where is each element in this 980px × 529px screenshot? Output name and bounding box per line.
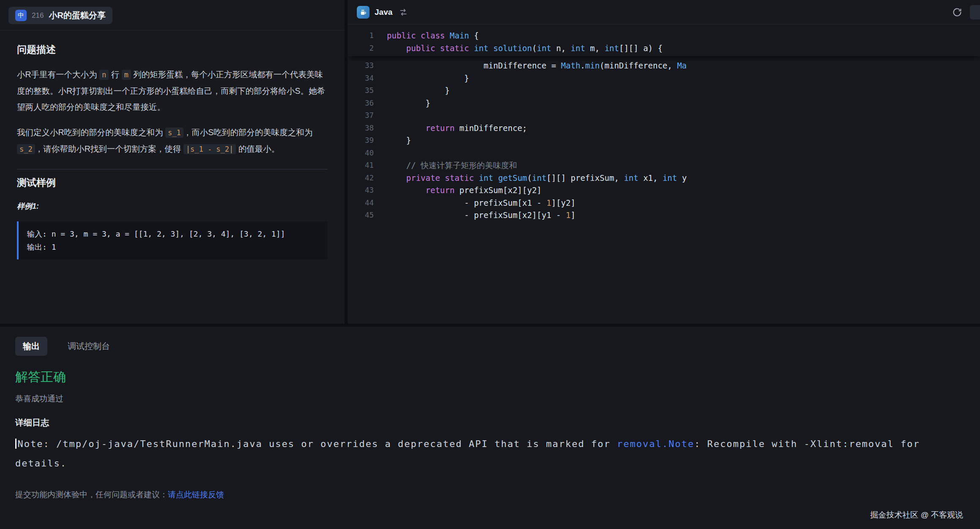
code-line[interactable]: 34 } xyxy=(348,72,980,85)
output-panel: 输出调试控制台 解答正确 恭喜成功通过 详细日志 Note: /tmp/oj-j… xyxy=(0,327,980,529)
log-section-title: 详细日志 xyxy=(15,417,965,428)
line-number: 45 xyxy=(348,209,374,222)
code-line[interactable]: 40 xyxy=(348,147,980,160)
difficulty-badge: 中 xyxy=(15,10,27,21)
sample-line: 输出: 1 xyxy=(27,240,319,254)
workspace-split: 中 216 小R的蛋糕分享 问题描述 小R手里有一个大小为 n 行 m 列的矩形… xyxy=(0,0,980,324)
code-text: } xyxy=(374,72,469,85)
tab-output[interactable]: 输出 xyxy=(15,337,47,356)
line-number: 1 xyxy=(348,30,374,42)
sample-code-block: 输入: n = 3, m = 3, a = [[1, 2, 3], [2, 3,… xyxy=(17,221,328,259)
problem-body: 问题描述 小R手里有一个大小为 n 行 m 列的矩形蛋糕，每个小正方形区域都有一… xyxy=(0,30,345,259)
code-editor[interactable]: 1public class Main {2 public static int … xyxy=(348,25,980,324)
code-text: return prefixSum[x2][y2] xyxy=(374,184,542,197)
result-status: 解答正确 xyxy=(15,368,965,386)
problem-panel: 中 216 小R的蛋糕分享 问题描述 小R手里有一个大小为 n 行 m 列的矩形… xyxy=(0,0,345,324)
line-number: 40 xyxy=(348,147,374,160)
problem-selector[interactable]: 中 216 小R的蛋糕分享 xyxy=(8,7,112,24)
section-title-samples: 测试样例 xyxy=(17,176,328,189)
problem-paragraph: 小R手里有一个大小为 n 行 m 列的矩形蛋糕，每个小正方形区域都有一个代表美味… xyxy=(17,66,328,115)
code-line[interactable]: 36 } xyxy=(348,97,980,110)
section-title-description: 问题描述 xyxy=(17,43,328,56)
code-text: } xyxy=(374,134,411,147)
language-swap-icon[interactable] xyxy=(399,8,408,16)
code-line[interactable]: 44 - prefixSum[x1 - 1][y2] xyxy=(348,197,980,210)
code-line[interactable]: 43 return prefixSum[x2][y2] xyxy=(348,184,980,197)
log-output: Note: /tmp/oj-java/TestRunnerMain.java u… xyxy=(15,434,965,473)
line-number: 39 xyxy=(348,134,374,147)
line-number: 2 xyxy=(348,42,374,55)
line-number: 35 xyxy=(348,85,374,97)
inline-code: |s_1 - s_2| xyxy=(183,144,236,154)
sample-line: 输入: n = 3, m = 3, a = [[1, 2, 3], [2, 3,… xyxy=(27,227,319,240)
problem-description: 小R手里有一个大小为 n 行 m 列的矩形蛋糕，每个小正方形区域都有一个代表美味… xyxy=(17,66,328,157)
code-text: // 快速计算子矩形的美味度和 xyxy=(374,159,517,172)
code-text: - prefixSum[x2][y1 - 1] xyxy=(374,209,575,222)
code-line[interactable]: 33 minDifference = Math.min(minDifferenc… xyxy=(348,60,980,72)
feedback-link[interactable]: 请点此链接反馈 xyxy=(168,490,224,499)
code-text: private static int getSum(int[][] prefix… xyxy=(374,172,687,185)
line-number: 43 xyxy=(348,184,374,197)
code-text: } xyxy=(374,85,450,97)
problem-number: 216 xyxy=(32,11,44,20)
code-line[interactable]: 45 - prefixSum[x2][y1 - 1] xyxy=(348,209,980,222)
editor-panel: Java xyxy=(348,0,980,324)
java-icon xyxy=(357,6,370,19)
inline-code: s_1 xyxy=(165,128,183,138)
inline-code: n xyxy=(99,70,109,80)
line-number: 42 xyxy=(348,172,374,185)
problem-paragraph: 我们定义小R吃到的部分的美味度之和为 s_1，而小S吃到的部分的美味度之和为 s… xyxy=(17,124,328,157)
language-label: Java xyxy=(375,8,392,17)
refresh-icon[interactable] xyxy=(952,7,962,17)
editor-header-actions xyxy=(952,5,971,19)
problem-header: 中 216 小R的蛋糕分享 xyxy=(0,0,345,30)
line-number: 41 xyxy=(348,159,374,172)
line-number: 37 xyxy=(348,109,374,122)
code-text xyxy=(374,147,387,160)
code-line[interactable]: 39 } xyxy=(348,134,980,147)
code-text xyxy=(374,109,387,122)
line-number: 44 xyxy=(348,197,374,210)
inline-code: m xyxy=(122,70,131,80)
text-cursor xyxy=(15,439,16,449)
code-text: minDifference = Math.min(minDifference, … xyxy=(374,60,687,72)
code-text: public static int solution(int n, int m,… xyxy=(374,42,662,55)
log-text: Note: /tmp/oj-java/TestRunnerMain.java u… xyxy=(18,439,617,449)
code-text: return minDifference; xyxy=(374,122,527,135)
editor-header: Java xyxy=(348,0,980,25)
editor-scrolled-lines: 33 minDifference = Math.min(minDifferenc… xyxy=(348,56,980,222)
code-line[interactable]: 37 xyxy=(348,109,980,122)
log-link[interactable]: removal.Note xyxy=(617,439,694,449)
output-tabs: 输出调试控制台 xyxy=(15,337,965,356)
result-subtitle: 恭喜成功通过 xyxy=(15,393,965,404)
line-number: 38 xyxy=(348,122,374,135)
code-line[interactable]: 35 } xyxy=(348,85,980,97)
app-window: 中 216 小R的蛋糕分享 问题描述 小R手里有一个大小为 n 行 m 列的矩形… xyxy=(0,0,980,529)
code-line[interactable]: 41 // 快速计算子矩形的美味度和 xyxy=(348,159,980,172)
line-number: 36 xyxy=(348,97,374,110)
feedback-text: 提交功能内测体验中，任何问题或者建议： xyxy=(15,490,168,499)
problem-title: 小R的蛋糕分享 xyxy=(49,10,105,21)
watermark: 掘金技术社区 @ 不客观说 xyxy=(870,510,963,521)
code-line[interactable]: 38 return minDifference; xyxy=(348,122,980,135)
feedback-footer: 提交功能内测体验中，任何问题或者建议：请点此链接反馈 xyxy=(15,489,965,500)
cut-off-icon[interactable] xyxy=(970,5,980,19)
tab-debug-console[interactable]: 调试控制台 xyxy=(60,337,118,356)
editor-sticky-lines: 1public class Main {2 public static int … xyxy=(348,30,980,56)
line-number: 33 xyxy=(348,60,374,72)
sample-label: 样例1: xyxy=(17,201,328,211)
code-text: } xyxy=(374,97,430,110)
code-line[interactable]: 1public class Main { xyxy=(348,30,980,42)
log-segments: Note: /tmp/oj-java/TestRunnerMain.java u… xyxy=(15,439,920,469)
divider xyxy=(17,169,328,169)
code-text: - prefixSum[x1 - 1][y2] xyxy=(374,197,575,210)
code-line[interactable]: 42 private static int getSum(int[][] pre… xyxy=(348,172,980,185)
inline-code: s_2 xyxy=(17,144,35,154)
code-text: public class Main { xyxy=(374,30,479,42)
code-line[interactable]: 2 public static int solution(int n, int … xyxy=(348,42,980,55)
line-number: 34 xyxy=(348,72,374,85)
